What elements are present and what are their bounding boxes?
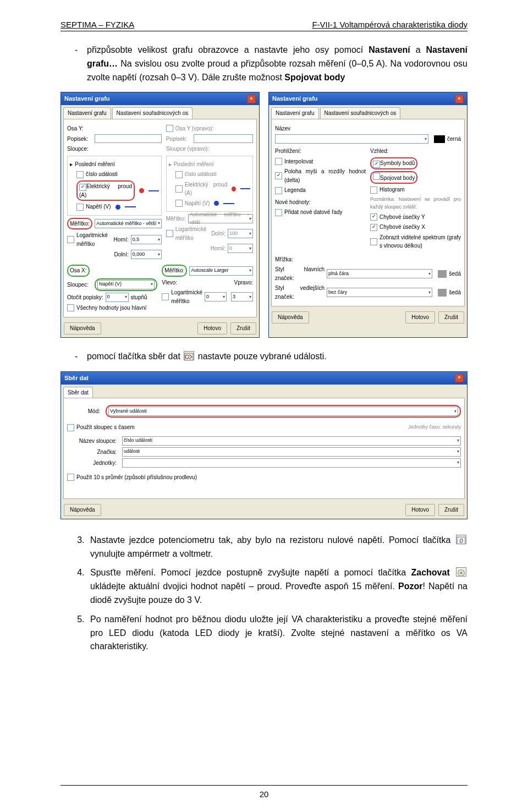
bullet-2: pomocí tlačítka sběr dat nastavte pouze … bbox=[75, 350, 468, 364]
tab-graph-2[interactable]: Nastavení grafu bbox=[271, 107, 319, 119]
footer-rule bbox=[61, 785, 468, 786]
ok-button[interactable]: Hotovo bbox=[197, 322, 227, 334]
help-button[interactable]: Nápověda bbox=[64, 504, 101, 516]
ok-button[interactable]: Hotovo bbox=[405, 311, 435, 323]
titlebar: Nastavení grafu × bbox=[61, 92, 259, 105]
scale-select[interactable]: Automatické měřítko - větší bbox=[95, 219, 162, 228]
svg-text:0: 0 bbox=[460, 537, 463, 544]
close-icon[interactable]: × bbox=[247, 95, 256, 103]
document-body: přizpůsobte velikost grafu obrazovce a n… bbox=[61, 43, 468, 654]
step-3: Nastavte jezdce potenciometru tak, aby b… bbox=[87, 534, 468, 561]
page-header: SEPTIMA – FYZIKA F-VII-1 Voltampérová ch… bbox=[61, 20, 468, 29]
dialog-graph-axes: Nastavení grafu × Nastavení grafu Nastav… bbox=[61, 92, 260, 338]
keep-icon bbox=[456, 567, 466, 577]
tab-axes[interactable]: Nastavení souřadnicových os bbox=[112, 107, 193, 119]
tab-graph[interactable]: Nastavení grafu bbox=[63, 107, 111, 119]
step-5: Po naměření hodnot pro běžnou diodu ulož… bbox=[87, 613, 468, 654]
dialog-graph-settings: Nastavení grafu× Nastavení grafu Nastave… bbox=[268, 92, 468, 338]
ok-button[interactable]: Hotovo bbox=[405, 504, 435, 516]
header-left: SEPTIMA – FYZIKA bbox=[61, 20, 134, 29]
header-rule bbox=[61, 31, 468, 31]
mode-select[interactable]: Vybrané události bbox=[108, 407, 458, 416]
header-right: F-VII-1 Voltampérová charakteristika dio… bbox=[312, 20, 468, 29]
data-collect-icon bbox=[184, 351, 194, 360]
screenshot-row: Nastavení grafu × Nastavení grafu Nastav… bbox=[61, 92, 468, 338]
close-icon[interactable]: × bbox=[455, 95, 464, 103]
cancel-button[interactable]: Zrušit bbox=[230, 322, 256, 334]
page-number: 20 bbox=[0, 789, 528, 799]
popisek-input[interactable] bbox=[95, 134, 162, 143]
help-button[interactable]: Nápověda bbox=[272, 311, 309, 323]
zero-icon: 0 bbox=[456, 535, 466, 544]
step-4: Spusťte měření. Pomocí jezdce postupně z… bbox=[87, 566, 468, 607]
cancel-button[interactable]: Zrušit bbox=[438, 311, 464, 323]
dialog-sber-dat: Sběr dat× Sběr dat Mód:Vybrané události … bbox=[61, 371, 468, 519]
tab-sber[interactable]: Sběr dat bbox=[63, 387, 93, 398]
help-button[interactable]: Nápověda bbox=[64, 322, 101, 334]
tab-axes-2[interactable]: Nastavení souřadnicových os bbox=[320, 107, 401, 119]
cancel-button[interactable]: Zrušit bbox=[438, 504, 464, 516]
close-icon[interactable]: × bbox=[455, 374, 464, 382]
bullet-1: přizpůsobte velikost grafu obrazovce a n… bbox=[75, 43, 468, 84]
svg-point-5 bbox=[460, 572, 462, 574]
